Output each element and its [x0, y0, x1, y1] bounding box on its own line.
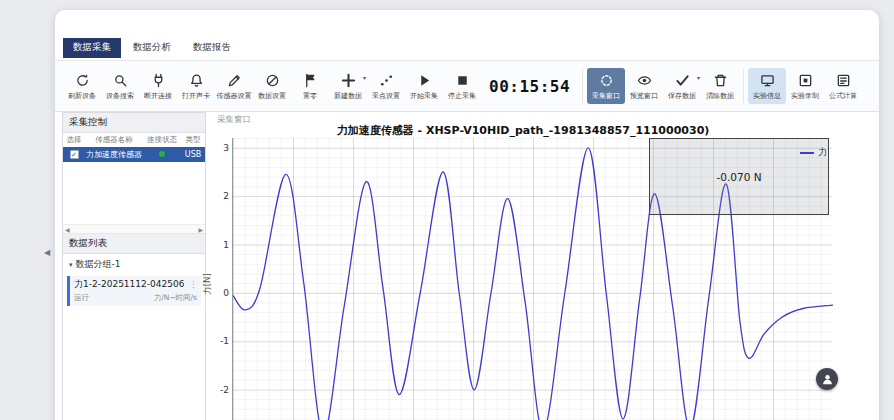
refresh-device-button[interactable]: 刷新设备	[63, 68, 101, 104]
toolbar-button-label: 停止采集	[448, 91, 476, 101]
sensor-table-header: 选择 传感器名称 连接状态 类型	[63, 133, 205, 147]
open-sound-card-button[interactable]: 打开声卡	[177, 68, 215, 104]
trash-icon	[713, 72, 728, 89]
refresh-icon	[75, 72, 90, 89]
disconnect-device-button[interactable]: 断开连接	[139, 68, 177, 104]
point-settings-button[interactable]: 采点设置	[367, 68, 405, 104]
dropdown-caret-icon[interactable]: ▾	[697, 74, 700, 81]
play-icon	[417, 72, 432, 89]
new-data-button[interactable]: ▾新建数据	[329, 68, 367, 104]
toolbar-button-label: 实验信息	[753, 91, 781, 101]
formula-calc-button[interactable]: 公式计算	[824, 68, 862, 104]
data-item-meta: 力/N~时间/s	[154, 293, 197, 303]
points-icon	[379, 72, 394, 89]
sensor-name: 力加速度传感器	[85, 147, 143, 162]
dashed-circle-icon	[599, 72, 614, 89]
toolbar: 刷新设备设备搜索断开连接打开声卡传感器设置数据设置置零▾新建数据采点设置开始采集…	[55, 60, 879, 112]
status-dot-icon	[159, 151, 165, 157]
calculator-icon	[836, 72, 851, 89]
toolbar-button-label: 数据设置	[258, 91, 286, 101]
stop-capture-button[interactable]: 停止采集	[443, 68, 481, 104]
toolbar-window-group: 采集窗口预览窗口▾保存数据清除数据	[587, 68, 739, 104]
col-select: 选择	[63, 133, 85, 147]
scroll-right-icon[interactable]: ▶	[198, 226, 203, 233]
data-item-title: 力1-2-20251112-042506	[74, 278, 184, 291]
toolbar-separator	[582, 69, 583, 103]
plus-icon	[341, 72, 356, 89]
dropdown-caret-icon[interactable]: ▾	[363, 74, 366, 81]
toolbar-button-label: 公式计算	[829, 91, 857, 101]
monitor-icon	[760, 72, 775, 89]
legend-line-icon	[800, 152, 814, 154]
tab-data-analysis[interactable]: 数据分析	[123, 38, 181, 58]
data-group-label: 数据分组-1	[76, 258, 121, 271]
experiment-record-button[interactable]: 实验录制	[786, 68, 824, 104]
col-type: 类型	[181, 133, 205, 147]
set-zero-button[interactable]: 置零	[291, 68, 329, 104]
toolbar-button-label: 保存数据	[668, 91, 696, 101]
y-tick-label: -1	[209, 336, 229, 346]
data-settings-button[interactable]: 数据设置	[253, 68, 291, 104]
collect-control-panel: 采集控制 选择 传感器名称 连接状态 类型 ✓ 力加速度传感器 USB	[63, 113, 205, 234]
save-data-button[interactable]: ▾保存数据	[663, 68, 701, 104]
toolbar-button-label: 新建数据	[334, 91, 362, 101]
person-icon	[821, 373, 834, 386]
capture-window-pane: 采集窗口 力加速度传感器 - XHSP-V10HID_path_-1981348…	[209, 112, 877, 420]
chart-canvas[interactable]: 力[N] -0.070 N 力 3210-1-2	[232, 138, 832, 420]
chart-title: 力加速度传感器 - XHSP-V10HID_path_-1981348857_1…	[209, 123, 837, 138]
chevron-down-icon: ▾	[69, 261, 73, 269]
sensor-table: 选择 传感器名称 连接状态 类型 ✓ 力加速度传感器 USB	[63, 133, 205, 162]
start-capture-button[interactable]: 开始采集	[405, 68, 443, 104]
sensor-row[interactable]: ✓ 力加速度传感器 USB	[63, 147, 205, 162]
chart-legend: 力	[800, 146, 827, 159]
collect-control-header: 采集控制	[63, 113, 205, 133]
eye-icon	[637, 72, 652, 89]
assistant-button[interactable]	[816, 368, 838, 390]
scroll-left-icon[interactable]: ◀	[65, 226, 70, 233]
data-item-state: 运行	[74, 293, 89, 303]
record-square-icon	[798, 72, 813, 89]
app-window: 数据采集数据分析数据报告 刷新设备设备搜索断开连接打开声卡传感器设置数据设置置零…	[55, 10, 879, 420]
value-annotation: -0.070 N	[716, 171, 761, 183]
sensor-settings-icon	[227, 72, 242, 89]
left-sidebar: 采集控制 选择 传感器名称 连接状态 类型 ✓ 力加速度传感器 USB	[62, 112, 206, 420]
legend-series-label: 力	[818, 146, 827, 159]
toolbar-device-group: 刷新设备设备搜索断开连接打开声卡传感器设置数据设置置零▾新建数据采点设置开始采集…	[63, 68, 481, 104]
toolbar-button-label: 采点设置	[372, 91, 400, 101]
kebab-menu-icon[interactable]: ⋮	[189, 280, 197, 289]
stop-icon	[455, 72, 470, 89]
preview-window-button[interactable]: 预览窗口	[625, 68, 663, 104]
data-item[interactable]: 力1-2-20251112-042506 ⋮ 运行 力/N~时间/s	[67, 276, 201, 306]
toolbar-button-label: 传感器设置	[217, 91, 252, 101]
main-tabs: 数据采集数据分析数据报告	[63, 38, 241, 58]
sensor-settings-button[interactable]: 传感器设置	[215, 68, 253, 104]
check-icon	[675, 72, 690, 89]
toolbar-button-label: 实验录制	[791, 91, 819, 101]
capture-timer: 00:15:54	[489, 77, 570, 96]
search-device-button[interactable]: 设备搜索	[101, 68, 139, 104]
clear-data-button[interactable]: 清除数据	[701, 68, 739, 104]
toolbar-button-label: 断开连接	[144, 91, 172, 101]
tab-data-report[interactable]: 数据报告	[183, 38, 241, 58]
sidebar-collapse-handle[interactable]: ◀	[44, 248, 50, 257]
slash-circle-icon	[265, 72, 280, 89]
toolbar-separator	[743, 69, 744, 103]
y-tick-label: 2	[209, 191, 229, 201]
disconnect-icon	[151, 72, 166, 89]
toolbar-button-label: 采集窗口	[592, 91, 620, 101]
tab-data-capture[interactable]: 数据采集	[63, 38, 121, 58]
experiment-info-button[interactable]: 实验信息	[748, 68, 786, 104]
capture-window-button[interactable]: 采集窗口	[587, 68, 625, 104]
horizontal-scrollbar[interactable]: ◀ ▶	[63, 224, 205, 233]
data-group-node[interactable]: ▾ 数据分组-1	[63, 254, 205, 273]
sensor-checkbox[interactable]: ✓	[70, 150, 79, 159]
toolbar-button-label: 置零	[303, 91, 317, 101]
y-tick-label: -2	[209, 385, 229, 395]
desktop-background: ◀ 数据采集数据分析数据报告 刷新设备设备搜索断开连接打开声卡传感器设置数据设置…	[0, 0, 894, 420]
sensor-table-empty-area	[63, 162, 205, 224]
y-tick-label: 3	[209, 143, 229, 153]
toolbar-button-label: 清除数据	[706, 91, 734, 101]
flag-icon	[303, 72, 318, 89]
toolbar-experiment-group: 实验信息实验录制公式计算	[748, 68, 862, 104]
y-tick-label: 0	[209, 288, 229, 298]
